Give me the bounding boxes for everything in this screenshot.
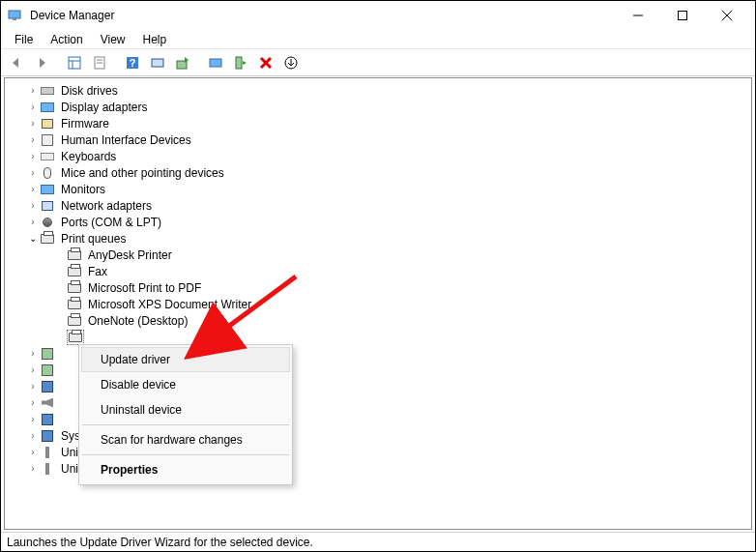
mouse-icon bbox=[40, 165, 55, 181]
toolbar-sep bbox=[113, 52, 119, 73]
tree-item-label: Disk drives bbox=[59, 84, 118, 98]
tree-item-network[interactable]: › Network adapters bbox=[13, 197, 751, 214]
tree-item-disk-drives[interactable]: › Disk drives bbox=[13, 82, 751, 99]
chevron-right-icon[interactable]: › bbox=[26, 167, 40, 178]
back-button[interactable] bbox=[5, 52, 28, 73]
tree-item-printer-fax[interactable]: Fax bbox=[13, 263, 751, 279]
context-update-driver[interactable]: Update driver bbox=[81, 347, 290, 372]
tree-item-keyboards[interactable]: › Keyboards bbox=[13, 148, 751, 164]
update-driver-button[interactable] bbox=[171, 52, 194, 73]
chevron-right-icon[interactable]: › bbox=[26, 348, 40, 359]
printer-icon bbox=[67, 264, 82, 279]
menu-action[interactable]: Action bbox=[43, 31, 90, 48]
app-icon bbox=[7, 8, 22, 23]
chevron-right-icon[interactable]: › bbox=[26, 381, 40, 392]
chevron-right-icon[interactable]: › bbox=[26, 118, 40, 129]
chevron-right-icon[interactable]: › bbox=[26, 134, 40, 145]
tree-item-printer-selected[interactable] bbox=[13, 329, 751, 345]
forward-button[interactable] bbox=[30, 52, 53, 73]
context-scan-hardware[interactable]: Scan for hardware changes bbox=[81, 427, 290, 452]
context-uninstall-device[interactable]: Uninstall device bbox=[81, 397, 290, 422]
menu-file[interactable]: File bbox=[7, 31, 41, 48]
context-sep bbox=[82, 454, 289, 455]
tree-item-printer-anydesk[interactable]: AnyDesk Printer bbox=[13, 247, 751, 263]
chevron-right-icon[interactable]: › bbox=[26, 200, 40, 211]
menu-view[interactable]: View bbox=[93, 31, 133, 48]
minimize-button[interactable] bbox=[616, 1, 660, 30]
tree-item-label: Firmware bbox=[59, 117, 109, 131]
uninstall-button[interactable] bbox=[204, 52, 227, 73]
svg-rect-14 bbox=[152, 59, 163, 67]
svg-rect-0 bbox=[9, 11, 20, 18]
system-icon bbox=[40, 428, 55, 444]
chevron-right-icon[interactable]: › bbox=[26, 184, 40, 194]
properties-button[interactable] bbox=[88, 52, 111, 73]
svg-rect-16 bbox=[210, 59, 221, 67]
chevron-right-icon[interactable]: › bbox=[26, 102, 40, 112]
context-disable-device[interactable]: Disable device bbox=[81, 372, 290, 397]
tree-item-mice[interactable]: › Mice and other pointing devices bbox=[13, 164, 751, 181]
show-hide-tree-button[interactable] bbox=[63, 52, 86, 73]
toolbar: ? bbox=[1, 49, 755, 76]
hid-icon bbox=[40, 132, 55, 148]
system-icon bbox=[40, 412, 55, 427]
window-title: Device Manager bbox=[30, 9, 114, 22]
chevron-right-icon[interactable]: › bbox=[26, 414, 40, 424]
chevron-down-icon[interactable]: ⌄ bbox=[26, 233, 40, 244]
chevron-right-icon[interactable]: › bbox=[26, 151, 40, 161]
chip-icon bbox=[40, 346, 55, 362]
tree-item-printer-pdf[interactable]: Microsoft Print to PDF bbox=[13, 279, 751, 296]
menu-help[interactable]: Help bbox=[135, 31, 175, 48]
sound-icon bbox=[40, 395, 55, 411]
toolbar-sep bbox=[196, 52, 202, 73]
printer-icon bbox=[67, 297, 82, 312]
chevron-right-icon[interactable]: › bbox=[26, 364, 40, 375]
scan-button[interactable] bbox=[146, 52, 169, 73]
monitor-icon bbox=[40, 182, 55, 197]
tree-item-label: Display adapters bbox=[59, 101, 147, 114]
firmware-icon bbox=[40, 116, 55, 131]
tree-item-label: Human Interface Devices bbox=[59, 133, 191, 147]
context-sep bbox=[82, 424, 289, 425]
tree-item-printer-onenote[interactable]: OneNote (Desktop) bbox=[13, 312, 751, 329]
chevron-right-icon[interactable]: › bbox=[26, 430, 40, 441]
chevron-right-icon[interactable]: › bbox=[26, 397, 40, 408]
help-button[interactable]: ? bbox=[121, 52, 144, 73]
menubar: File Action View Help bbox=[1, 30, 755, 49]
tree-item-ports[interactable]: › Ports (COM & LPT) bbox=[13, 214, 751, 230]
tree-item-print-queues[interactable]: ⌄ Print queues bbox=[13, 230, 751, 247]
tree-item-firmware[interactable]: › Firmware bbox=[13, 115, 751, 131]
chip-icon bbox=[40, 363, 55, 378]
status-text: Launches the Update Driver Wizard for th… bbox=[7, 536, 313, 549]
svg-rect-17 bbox=[236, 57, 242, 69]
printer-icon bbox=[67, 280, 82, 296]
printer-icon bbox=[67, 313, 82, 329]
tree-item-label: Microsoft XPS Document Writer bbox=[86, 298, 251, 311]
disable-button[interactable] bbox=[229, 52, 252, 73]
tree-item-display-adapters[interactable]: › Display adapters bbox=[13, 99, 751, 115]
close-button[interactable] bbox=[705, 1, 749, 30]
svg-rect-6 bbox=[69, 57, 80, 69]
disk-icon bbox=[40, 83, 55, 99]
tree-item-printer-xps[interactable]: Microsoft XPS Document Writer bbox=[13, 296, 751, 312]
chevron-right-icon[interactable]: › bbox=[26, 217, 40, 227]
remove-button[interactable] bbox=[254, 52, 277, 73]
context-menu: Update driver Disable device Uninstall d… bbox=[78, 344, 293, 485]
usb-icon bbox=[40, 461, 55, 477]
network-icon bbox=[40, 198, 55, 214]
tree-item-hid[interactable]: › Human Interface Devices bbox=[13, 131, 751, 148]
down-button[interactable] bbox=[279, 52, 303, 73]
toolbar-sep bbox=[55, 52, 61, 73]
context-properties[interactable]: Properties bbox=[81, 457, 290, 482]
chevron-right-icon[interactable]: › bbox=[26, 447, 40, 457]
tree-item-label: AnyDesk Printer bbox=[86, 248, 172, 262]
maximize-button[interactable] bbox=[660, 1, 705, 30]
chevron-right-icon[interactable]: › bbox=[26, 463, 40, 474]
tree-item-monitors[interactable]: › Monitors bbox=[13, 181, 751, 197]
printer-icon bbox=[67, 330, 84, 345]
svg-text:?: ? bbox=[130, 57, 136, 69]
printer-icon bbox=[40, 231, 55, 247]
chevron-right-icon[interactable]: › bbox=[26, 85, 40, 96]
tree-item-label: Print queues bbox=[59, 232, 126, 246]
usb-icon bbox=[40, 445, 55, 460]
